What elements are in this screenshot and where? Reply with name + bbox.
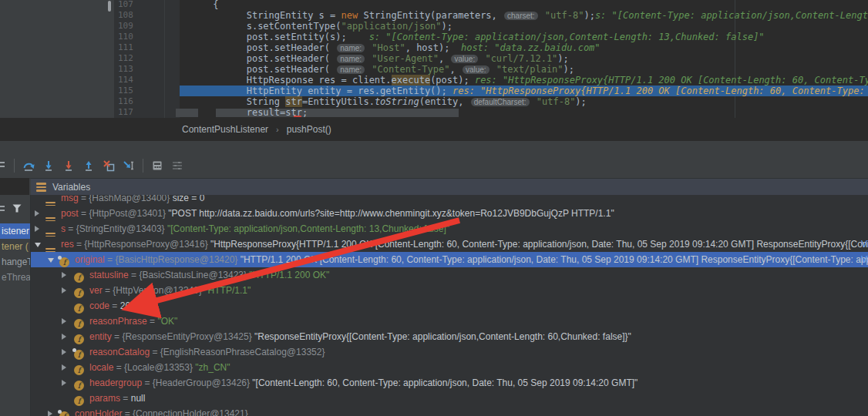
code-segment: , (439, 53, 449, 64)
fold-gutter (164, 96, 180, 107)
step-out-button[interactable] (82, 159, 95, 172)
variable-row[interactable]: res = {HttpResponseProxy@13416} "HttpRes… (31, 237, 868, 252)
tree-expand-arrow[interactable] (62, 287, 66, 294)
line-number[interactable]: 112 (114, 53, 164, 64)
stack-frame-item[interactable]: eThreac (0, 270, 30, 285)
breadcrumb-method[interactable]: pushPost() (287, 124, 331, 135)
scrollbar-thumb[interactable] (108, 1, 111, 12)
tree-expand-arrow[interactable] (35, 226, 39, 232)
stack-frame-item[interactable]: tener ( (0, 239, 30, 254)
variable-row[interactable]: fconnHolder = {ConnectionHolder@13421} (31, 406, 868, 416)
chevron-right-icon: › (276, 125, 279, 134)
variable-name: code (89, 300, 109, 311)
field-icon: f (59, 408, 69, 416)
variable-row[interactable]: fheadergroup = {HeaderGroup@13426} "[Con… (31, 375, 868, 391)
code-segment: s.setContentType( (180, 21, 341, 32)
code-segment: (entity, (419, 96, 469, 107)
tree-expand-arrow[interactable] (35, 210, 39, 216)
line-number[interactable]: 111 (114, 42, 164, 53)
code-line[interactable]: 117 result=str; (114, 107, 868, 118)
variable-row[interactable]: fentity = {ResponseEntityProxy@13425} "R… (31, 329, 868, 344)
code-line[interactable]: 114 HttpResponse res = client.execute(po… (114, 75, 868, 86)
tree-expand-arrow[interactable] (62, 318, 66, 324)
line-number[interactable]: 116 (114, 96, 164, 107)
variable-row[interactable]: fver = {HttpVersion@13340} "HTTP/1.1" (31, 283, 868, 298)
tree-expand-arrow[interactable] (62, 334, 66, 340)
breadcrumb-class[interactable]: ContentPushListener (182, 124, 268, 135)
fold-gutter (164, 75, 180, 86)
code-line[interactable]: 112 post.setHeader( name: "User-Agent", … (114, 53, 868, 64)
view-value-link[interactable]: View (861, 252, 868, 267)
code-line[interactable]: 115 HttpEntity entity = res.getEntity();… (114, 86, 868, 96)
code-line[interactable]: 110 post.setEntity(s); s: "[Content-Type… (114, 32, 868, 42)
evaluate-expression-button[interactable] (151, 159, 163, 172)
variable-text: code = 200 (89, 298, 868, 314)
code-segment (491, 64, 496, 75)
step-into-button[interactable] (42, 159, 55, 172)
variable-row[interactable]: fcode = 200 (31, 298, 868, 314)
variable-row[interactable]: freasonCatalog = {EnglishReasonPhraseCat… (31, 344, 868, 360)
code-line[interactable]: 109 s.setContentType("application/json")… (114, 21, 868, 32)
stack-frame-item[interactable]: hangeT (0, 254, 30, 270)
equals-sign: = (109, 300, 120, 311)
tree-expand-arrow[interactable] (62, 364, 66, 371)
tree-expand-arrow[interactable] (62, 272, 66, 278)
force-step-into-button[interactable] (62, 159, 75, 172)
reset-frame-button[interactable] (103, 159, 115, 172)
variable-name: params (89, 393, 120, 404)
variable-value: "HTTP/1.1 200 OK [Content-Length: 60, Co… (241, 254, 868, 265)
code-lines: 107 {108 StringEntity s = new StringEnti… (114, 0, 868, 118)
variable-row[interactable]: msg = {HashMap@13400} size = 0 (31, 195, 868, 206)
stack-frame-item[interactable]: istener (0, 223, 30, 239)
field-icon: f (74, 393, 84, 406)
field-icon: f (74, 377, 84, 391)
line-number[interactable]: 110 (114, 32, 164, 42)
variable-row[interactable]: fstatusline = {BasicStatusLine@13423} "H… (31, 267, 868, 283)
line-number[interactable]: 114 (114, 75, 164, 86)
code-editor[interactable]: 107 {108 StringEntity s = new StringEnti… (114, 0, 868, 118)
frames-panel: istenertener (hangeTeThreac (0, 195, 31, 416)
tree-collapse-arrow[interactable] (48, 258, 54, 263)
line-number[interactable]: 108 (114, 10, 164, 21)
field-icon: f (74, 331, 84, 344)
line-number[interactable]: 113 (114, 64, 164, 75)
code-line[interactable]: 113 post.setHeader( name: "Content-Type"… (114, 64, 868, 75)
tree-collapse-arrow[interactable] (35, 243, 41, 247)
code-segment: { (180, 0, 219, 10)
variable-row[interactable]: freasonPhrase = "OK" (31, 314, 868, 329)
variables-icon (36, 183, 46, 192)
code-line[interactable]: 108 StringEntity s = new StringEntity(pa… (114, 10, 868, 21)
tree-expand-arrow[interactable] (48, 411, 52, 416)
variable-name: locale (89, 362, 113, 373)
tree-expand-arrow[interactable] (62, 349, 66, 355)
filter-funnel-icon[interactable] (12, 203, 22, 213)
variable-row[interactable]: flocale = {Locale@13353} "zh_CN" (31, 360, 868, 375)
equals-sign: = (147, 316, 158, 327)
code-segment: =EntityUtils. (302, 96, 375, 107)
code-line[interactable]: 111 post.setHeader( name: "Host", host);… (114, 42, 868, 53)
param-hint-chip: charset: (504, 12, 538, 20)
code-segment: ); (575, 96, 586, 107)
variable-row[interactable]: foriginal = {BasicHttpResponse@13420} "H… (31, 252, 868, 267)
line-number[interactable]: 117 (114, 107, 164, 118)
code-line[interactable]: 116 String str=EntityUtils.toString(enti… (114, 96, 868, 107)
variable-row[interactable]: post = {HttpPost@13401} "POST http://dat… (31, 206, 868, 221)
variable-row[interactable]: s = {StringEntity@13403} "[Content-Type:… (31, 221, 868, 237)
param-hint-chip: value: (463, 65, 490, 74)
code-segment (540, 10, 545, 21)
line-number[interactable]: 107 (114, 0, 164, 10)
code-segment: HttpEntity entity = res.getEntity(); (180, 86, 453, 96)
variable-type: {HeaderGroup@13426} (153, 377, 253, 388)
inline-debug-value: host: "data.zz.baidu.com" (461, 42, 601, 53)
step-over-button[interactable] (22, 159, 35, 172)
run-to-cursor-button[interactable] (123, 159, 135, 172)
variables-tab[interactable]: Variables (31, 178, 868, 196)
variables-tree: msg = {HashMap@13400} size = 0post = {Ht… (31, 195, 868, 416)
tree-expand-arrow[interactable] (62, 380, 66, 386)
line-number[interactable]: 109 (114, 21, 164, 32)
variable-row[interactable]: fparams = null (31, 391, 868, 406)
code-line[interactable]: 107 { (114, 0, 868, 10)
code-segment (366, 42, 372, 53)
line-number[interactable]: 115 (114, 86, 164, 96)
view-value-link[interactable]: View (861, 237, 868, 252)
